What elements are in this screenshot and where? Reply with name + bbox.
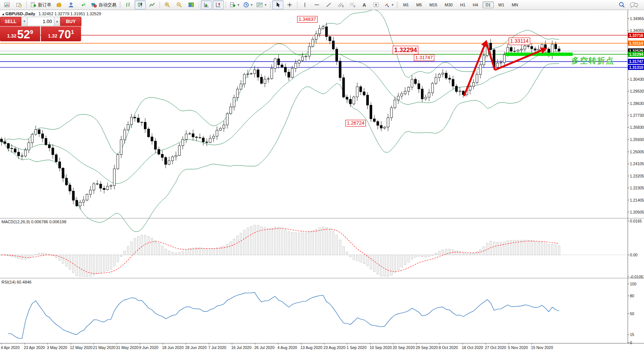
volume-decrease-button[interactable]: ▼ — [21, 17, 28, 26]
toolbar-separator — [297, 1, 297, 9]
cursor-tool[interactable] — [272, 0, 283, 9]
autoscroll-toggle[interactable] — [201, 0, 212, 9]
volume-input[interactable] — [28, 17, 54, 26]
new-order-button[interactable]: 新订单 — [29, 0, 53, 9]
text-label-tool[interactable]: T — [371, 0, 382, 9]
price-axis[interactable] — [628, 10, 644, 343]
templates-dropdown[interactable]: ▾ — [255, 0, 268, 9]
tile-windows-button[interactable] — [186, 0, 197, 9]
search-icon — [618, 1, 625, 8]
date-axis[interactable] — [0, 343, 644, 352]
timeframe-button-w1[interactable]: W1 — [495, 1, 508, 8]
horizontal-line-tool[interactable] — [311, 0, 322, 9]
bar-chart-button[interactable] — [123, 0, 134, 9]
profiles-icon — [16, 2, 22, 8]
main-toolbar: 新订单 自动交易 ▾ ▾ — [0, 0, 644, 10]
zoom-out-button[interactable] — [174, 0, 185, 9]
toolbar-separator — [226, 1, 226, 9]
autotrading-label: 自动交易 — [99, 2, 116, 8]
horizontal-line-icon — [314, 2, 320, 8]
profiles-button[interactable] — [13, 0, 25, 9]
trendline-tool[interactable] — [323, 0, 334, 9]
sell-price-panel[interactable]: 1.32 52 9 — [0, 26, 40, 41]
indicators-icon — [229, 2, 236, 8]
sell-button[interactable]: SELL — [0, 17, 21, 26]
clock-icon — [243, 2, 249, 8]
sell-price-point: 9 — [30, 29, 33, 35]
signals-button[interactable] — [77, 0, 88, 9]
template-icon — [256, 2, 263, 8]
buy-price-point: 1 — [71, 29, 74, 35]
fibonacci-tool[interactable]: F — [347, 0, 358, 9]
vertical-line-tool[interactable] — [299, 0, 310, 9]
zoom-in-button[interactable] — [162, 0, 173, 9]
line-chart-button[interactable] — [146, 0, 158, 9]
arrows-icon — [384, 2, 390, 8]
vertical-line-icon — [302, 2, 307, 8]
channel-icon: E — [337, 2, 344, 8]
toolbar-separator — [26, 1, 27, 9]
zoom-in-icon — [164, 2, 170, 8]
svg-text:T: T — [375, 3, 377, 7]
line-chart-icon — [149, 2, 155, 8]
new-chart-icon — [4, 2, 10, 8]
search-button[interactable] — [616, 0, 627, 9]
svg-text:F: F — [354, 5, 355, 8]
text-label-icon: T — [373, 2, 380, 8]
toolbar-separator — [160, 1, 160, 9]
channel-tool[interactable]: E — [335, 0, 346, 9]
text-tool-icon: A — [363, 2, 366, 8]
bar-chart-icon — [125, 2, 131, 8]
timeframe-group: M1M5M15M30H1H4D1W1MN — [399, 1, 522, 8]
chart-shift-toggle[interactable] — [213, 0, 224, 9]
autoscroll-icon — [203, 2, 209, 8]
chart-shift-icon — [215, 2, 221, 8]
crosshair-tool[interactable] — [284, 0, 295, 9]
autotrading-button[interactable]: 自动交易 — [89, 0, 118, 9]
toolbar-drag-handle[interactable] — [396, 1, 398, 8]
toolbar-separator — [270, 1, 270, 9]
autotrading-icon — [91, 2, 97, 8]
chat-button[interactable] — [628, 0, 640, 9]
volume-increase-button[interactable]: ▲ — [54, 17, 60, 26]
sell-price-base: 1.32 — [7, 33, 16, 39]
svg-text:E: E — [342, 5, 344, 7]
macd-pane[interactable] — [0, 218, 628, 278]
buy-price-base: 1.32 — [48, 33, 57, 39]
wallet-icon — [56, 2, 62, 8]
timeframe-button-mn[interactable]: MN — [509, 1, 521, 8]
buy-button[interactable]: BUY — [60, 17, 81, 26]
text-tool[interactable]: A — [359, 0, 370, 9]
arrows-tool-dropdown[interactable]: ▾ — [383, 0, 395, 9]
timeframe-button-m15[interactable]: M15 — [426, 1, 440, 8]
chevron-down-icon: ▾ — [251, 3, 253, 7]
chevron-down-icon: ▾ — [265, 3, 267, 7]
timeframe-button-h1[interactable]: H1 — [457, 1, 468, 8]
timeframe-button-m30[interactable]: M30 — [442, 1, 455, 8]
toolbar-drag-handle[interactable] — [119, 1, 121, 8]
timeframe-button-h4[interactable]: H4 — [470, 1, 481, 8]
timeframe-button-m1[interactable]: M1 — [400, 1, 412, 8]
periods-dropdown[interactable]: ▾ — [242, 0, 254, 9]
toolbar-separator — [199, 1, 199, 9]
chevron-down-icon: ▾ — [238, 3, 239, 7]
candlestick-chart-icon — [137, 2, 143, 8]
market-watch-button[interactable] — [54, 0, 65, 9]
mt4-window: { "toolbar": { "new_order_label": "新订单",… — [0, 0, 644, 352]
new-chart-button[interactable] — [1, 0, 13, 9]
timeframe-button-d1[interactable]: D1 — [483, 1, 494, 8]
strategy-tester-button[interactable] — [65, 0, 77, 9]
trendline-icon — [326, 2, 332, 8]
buy-price-panel[interactable]: 1.32 70 1 — [41, 26, 81, 41]
one-click-trading-widget: SELL ▼ ▲ BUY 1.32 52 9 1.32 70 1 — [0, 17, 81, 41]
rsi-pane[interactable] — [0, 278, 628, 343]
main-chart-pane[interactable] — [0, 10, 628, 218]
crosshair-icon — [287, 2, 293, 8]
indicators-dropdown[interactable]: ▾ — [228, 0, 241, 9]
timeframe-button-m5[interactable]: M5 — [413, 1, 425, 8]
chevron-down-icon: ▾ — [392, 3, 394, 7]
candlestick-chart-button[interactable] — [135, 0, 146, 9]
chat-bubbles-icon — [629, 1, 638, 8]
new-order-label: 新订单 — [38, 2, 51, 8]
buy-price-pips: 70 — [58, 29, 71, 40]
